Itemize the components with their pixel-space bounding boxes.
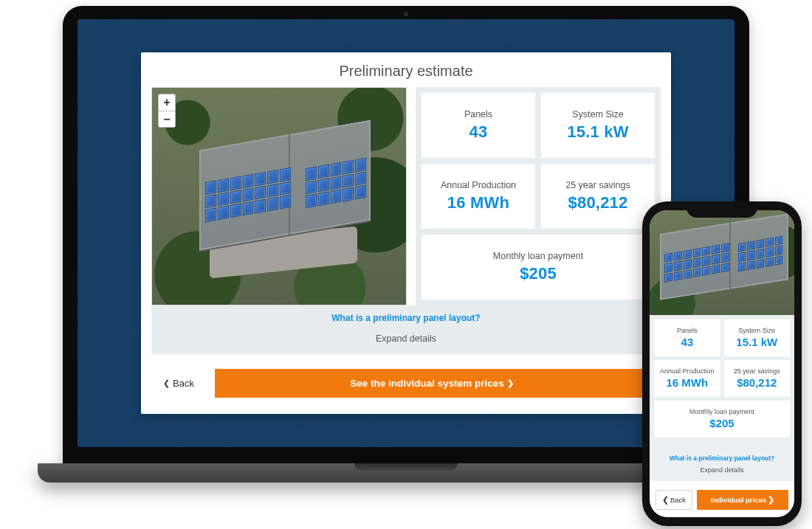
page-title: Preliminary estimate: [141, 52, 671, 87]
back-button-label: Back: [173, 378, 194, 389]
phone-footer-row: ❮ Back Individual prices ❯: [650, 481, 794, 517]
stat-label: Monthly loan payment: [493, 251, 583, 261]
see-prices-button[interactable]: See the individual system prices ❯: [215, 369, 649, 398]
stat-label: System Size: [572, 109, 623, 120]
phone-stats-grid: Panels 43 System Size 15.1 kW Annual Pro…: [650, 315, 794, 451]
stat-system-size: System Size 15.1 kW: [541, 93, 655, 158]
phone-screen: Panels 43 System Size 15.1 kW Annual Pro…: [650, 210, 794, 517]
camera-icon: [404, 12, 408, 16]
stat-label: System Size: [738, 328, 775, 334]
phone-mockup: Panels 43 System Size 15.1 kW Annual Pro…: [642, 201, 802, 526]
expand-details-toggle[interactable]: Expand details: [151, 326, 661, 354]
stat-panels: Panels 43: [654, 319, 720, 356]
back-button-label: Back: [670, 496, 686, 504]
estimate-card: Preliminary estimate + −: [141, 52, 671, 414]
chevron-right-icon: ❯: [507, 378, 514, 388]
stat-monthly-payment: Monthly loan payment $205: [654, 401, 790, 438]
cta-label: See the individual system prices: [350, 378, 504, 389]
stat-savings: 25 year savings $80,212: [724, 360, 791, 397]
laptop-screen: Preliminary estimate + −: [78, 19, 734, 447]
stat-value: 43: [681, 336, 693, 348]
back-button[interactable]: ❮ Back: [656, 490, 692, 510]
see-prices-button[interactable]: Individual prices ❯: [697, 490, 788, 510]
zoom-controls: + −: [158, 94, 176, 128]
phone-roof-map[interactable]: [650, 210, 794, 315]
helper-row: What is a preliminary panel layout?: [650, 451, 794, 463]
stats-grid: Panels 43 System Size 15.1 kW Annual Pro…: [416, 87, 661, 305]
stat-label: Annual Production: [660, 368, 715, 375]
back-button[interactable]: ❮ Back: [163, 378, 194, 389]
stat-label: Monthly loan payment: [689, 409, 754, 415]
stat-label: Panels: [677, 328, 698, 334]
stat-annual-production: Annual Production 16 MWh: [654, 360, 720, 397]
chevron-left-icon: ❮: [662, 495, 669, 505]
stat-savings: 25 year savings $80,212: [541, 164, 655, 229]
stat-label: Panels: [464, 109, 492, 120]
stat-monthly-payment: Monthly loan payment $205: [422, 235, 655, 300]
preliminary-layout-link[interactable]: What is a preliminary panel layout?: [331, 313, 480, 323]
stat-label: 25 year savings: [565, 180, 630, 190]
stat-value: $80,212: [568, 193, 628, 212]
stat-value: $205: [520, 264, 557, 283]
chevron-right-icon: ❯: [768, 495, 774, 505]
stat-value: 15.1 kW: [567, 122, 628, 142]
stat-value: 16 MWh: [447, 193, 509, 212]
stat-value: 16 MWh: [666, 376, 708, 389]
stat-annual-production: Annual Production 16 MWh: [422, 164, 535, 229]
helper-row: What is a preliminary panel layout?: [151, 305, 661, 326]
stat-value: $80,212: [737, 376, 777, 389]
stat-value: 43: [469, 122, 488, 142]
stat-label: Annual Production: [441, 180, 516, 190]
stat-panels: Panels 43: [422, 93, 535, 158]
cta-label: Individual prices: [711, 496, 766, 504]
chevron-left-icon: ❮: [163, 378, 170, 388]
stat-value: 15.1 kW: [736, 336, 777, 348]
preliminary-layout-link[interactable]: What is a preliminary panel layout?: [670, 454, 775, 462]
zoom-in-button[interactable]: +: [159, 94, 175, 111]
stat-label: 25 year savings: [734, 368, 780, 375]
zoom-out-button[interactable]: −: [159, 111, 175, 127]
roof-map[interactable]: + −: [151, 87, 407, 305]
stat-system-size: System Size 15.1 kW: [724, 319, 791, 356]
footer-row: ❮ Back See the individual system prices …: [141, 354, 671, 414]
expand-details-toggle[interactable]: Expand details: [650, 463, 794, 481]
stat-value: $205: [709, 417, 734, 429]
